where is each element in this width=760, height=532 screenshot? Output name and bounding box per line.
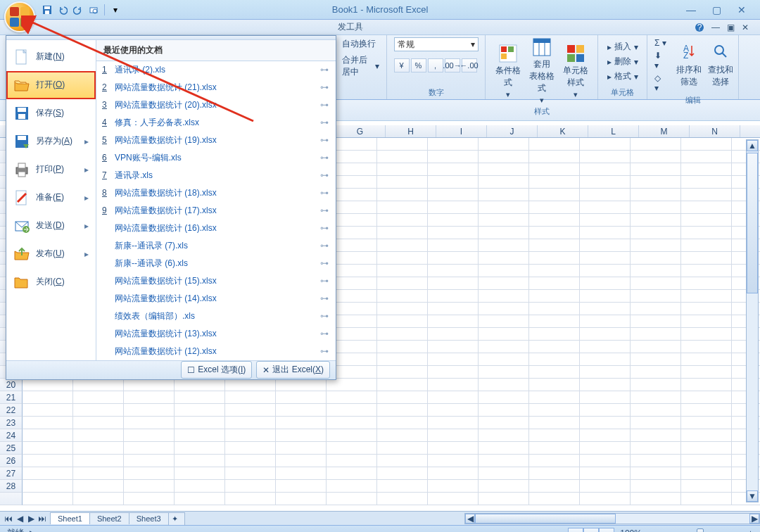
sheet-tab-2[interactable]: Sheet2 bbox=[89, 512, 129, 524]
cell[interactable] bbox=[23, 467, 73, 479]
sheet-nav-first[interactable]: ⏮ bbox=[3, 513, 14, 524]
cell[interactable] bbox=[479, 391, 529, 403]
cell[interactable] bbox=[377, 138, 428, 150]
cell[interactable] bbox=[225, 429, 276, 441]
row-header[interactable] bbox=[0, 493, 23, 505]
recent-document-item[interactable]: 4修真：人手必备表.xlsx⊶ bbox=[96, 114, 336, 132]
recent-document-item[interactable]: 网站流量数据统计 (15).xlsx⊶ bbox=[96, 272, 336, 290]
pin-icon[interactable]: ⊶ bbox=[320, 329, 329, 338]
cell[interactable] bbox=[580, 151, 631, 163]
row-header[interactable]: 24 bbox=[0, 429, 23, 442]
cell[interactable] bbox=[479, 163, 529, 175]
office-menu-save[interactable]: 保存(S) bbox=[6, 99, 96, 127]
cell[interactable] bbox=[276, 391, 327, 403]
cell[interactable] bbox=[175, 455, 225, 467]
percent-button[interactable]: % bbox=[411, 58, 426, 72]
cell[interactable] bbox=[377, 379, 428, 391]
cell[interactable] bbox=[225, 493, 276, 505]
cell[interactable] bbox=[175, 417, 225, 429]
delete-cells-button[interactable]: ▸ 删除 ▾ bbox=[604, 55, 641, 68]
recent-document-item[interactable]: 新康--通讯录 (7).xls⊶ bbox=[96, 237, 336, 255]
cell[interactable] bbox=[479, 277, 529, 289]
cell[interactable] bbox=[23, 404, 73, 416]
cell[interactable] bbox=[631, 455, 681, 467]
office-menu-send[interactable]: 发送(D)▸ bbox=[6, 212, 96, 240]
sheet-nav-next[interactable]: ▶ bbox=[25, 513, 37, 524]
cell[interactable] bbox=[327, 455, 377, 467]
cell[interactable] bbox=[73, 455, 124, 467]
cell[interactable] bbox=[580, 227, 631, 239]
cell[interactable] bbox=[580, 214, 631, 226]
pin-icon[interactable]: ⊶ bbox=[320, 65, 329, 75]
fill-button[interactable]: ⬇ ▾ bbox=[652, 50, 670, 71]
cell[interactable] bbox=[428, 379, 479, 391]
cell[interactable] bbox=[428, 467, 479, 479]
sheet-nav-prev[interactable]: ◀ bbox=[14, 513, 25, 524]
cell[interactable] bbox=[225, 455, 276, 467]
cell[interactable] bbox=[377, 341, 428, 353]
cell[interactable] bbox=[124, 467, 175, 479]
cell[interactable] bbox=[73, 429, 124, 441]
pin-icon[interactable]: ⊶ bbox=[320, 311, 329, 321]
column-header[interactable]: N bbox=[690, 125, 740, 137]
view-normal-button[interactable] bbox=[568, 528, 583, 533]
cell[interactable] bbox=[631, 252, 681, 264]
cell[interactable] bbox=[681, 391, 732, 403]
cell[interactable] bbox=[681, 404, 732, 416]
cell[interactable] bbox=[631, 290, 681, 302]
cell[interactable] bbox=[377, 290, 428, 302]
cell[interactable] bbox=[428, 341, 479, 353]
cell[interactable] bbox=[428, 366, 479, 378]
cell[interactable] bbox=[428, 189, 479, 201]
cell[interactable] bbox=[529, 493, 580, 505]
cell[interactable] bbox=[681, 303, 732, 315]
cell[interactable] bbox=[681, 252, 732, 264]
cell[interactable] bbox=[175, 379, 225, 391]
cell[interactable] bbox=[377, 277, 428, 289]
office-menu-new[interactable]: 新建(N) bbox=[6, 43, 96, 71]
insert-cells-button[interactable]: ▸ 插入 ▾ bbox=[604, 40, 641, 53]
cell[interactable] bbox=[529, 163, 580, 175]
cell[interactable] bbox=[681, 417, 732, 429]
cell[interactable] bbox=[73, 480, 124, 492]
cell[interactable] bbox=[276, 417, 327, 429]
cell[interactable] bbox=[681, 189, 732, 201]
cell[interactable] bbox=[327, 480, 377, 492]
recent-document-item[interactable]: 9网站流量数据统计 (17).xlsx⊶ bbox=[96, 202, 336, 220]
column-header[interactable]: G bbox=[335, 125, 386, 137]
row-header[interactable]: 20 bbox=[0, 379, 23, 391]
cell[interactable] bbox=[529, 303, 580, 315]
cell[interactable] bbox=[377, 391, 428, 403]
qat-save-icon[interactable] bbox=[41, 4, 53, 16]
cell[interactable] bbox=[225, 379, 276, 391]
format-as-table-button[interactable]: 套用 表格格式▾ bbox=[528, 37, 556, 105]
cell[interactable] bbox=[428, 391, 479, 403]
view-page-break-button[interactable] bbox=[599, 528, 614, 533]
column-header[interactable]: I bbox=[436, 125, 487, 137]
cell[interactable] bbox=[479, 151, 529, 163]
cell[interactable] bbox=[631, 328, 681, 340]
cell[interactable] bbox=[377, 493, 428, 505]
cell[interactable] bbox=[428, 163, 479, 175]
cell[interactable] bbox=[276, 429, 327, 441]
cell[interactable] bbox=[479, 353, 529, 365]
cell[interactable] bbox=[479, 315, 529, 327]
sort-filter-button[interactable]: AZ排序和 筛选 bbox=[676, 43, 702, 88]
cell[interactable] bbox=[276, 467, 327, 479]
cell[interactable] bbox=[428, 252, 479, 264]
cell[interactable] bbox=[377, 265, 428, 277]
recent-document-item[interactable]: 网站流量数据统计 (12).xlsx⊶ bbox=[96, 343, 336, 360]
cell[interactable] bbox=[529, 290, 580, 302]
pin-icon[interactable]: ⊶ bbox=[320, 188, 329, 198]
doc-minimize-button[interactable]: — bbox=[711, 23, 720, 32]
cell[interactable] bbox=[428, 277, 479, 289]
cell[interactable] bbox=[529, 315, 580, 327]
cell[interactable] bbox=[124, 429, 175, 441]
cell[interactable] bbox=[479, 214, 529, 226]
cell[interactable] bbox=[529, 455, 580, 467]
cell[interactable] bbox=[631, 176, 681, 188]
cell[interactable] bbox=[377, 480, 428, 492]
autosum-button[interactable]: Σ ▾ bbox=[652, 37, 670, 49]
cell[interactable] bbox=[225, 442, 276, 454]
doc-close-button[interactable]: ✕ bbox=[742, 23, 749, 32]
